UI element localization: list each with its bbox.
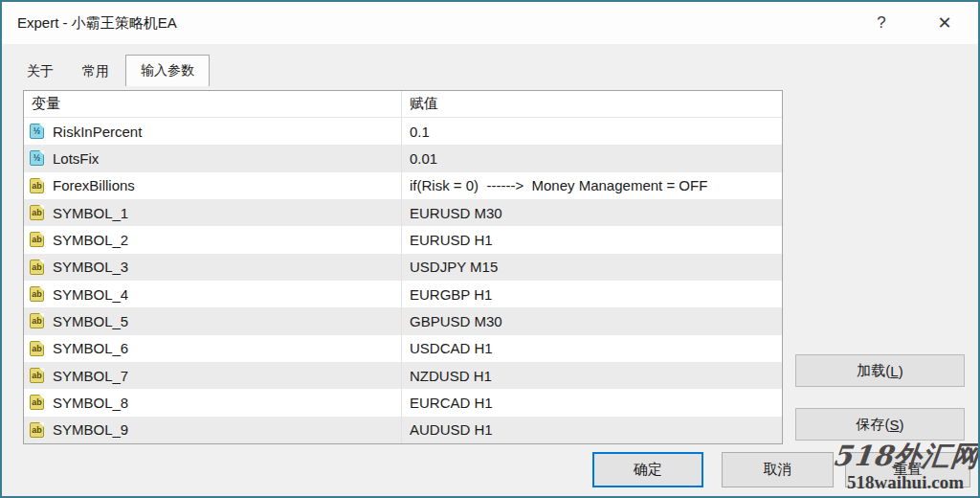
- string-param-icon: ab: [30, 232, 44, 247]
- param-name: SYMBOL_6: [53, 340, 128, 356]
- numeric-param-icon: ½: [30, 124, 44, 139]
- save-button[interactable]: 保存(S): [795, 408, 965, 441]
- table-row[interactable]: ½RiskInPercent0.1: [24, 118, 782, 145]
- param-name-cell: abSYMBOL_7: [24, 362, 401, 389]
- string-param-icon: ab: [30, 313, 44, 328]
- expert-properties-dialog: Expert - 小霸王策略机EA ? ✕ 关于 常用 输入参数 变量 赋值 ½…: [0, 0, 980, 498]
- param-name: ForexBillions: [53, 177, 135, 193]
- param-name: SYMBOL_8: [53, 395, 128, 411]
- table-row[interactable]: ½LotsFix0.01: [24, 145, 782, 171]
- table-row[interactable]: abSYMBOL_9AUDUSD H1: [24, 417, 782, 443]
- table-row[interactable]: abSYMBOL_7NZDUSD H1: [24, 362, 782, 389]
- table-row[interactable]: abSYMBOL_4EURGBP H1: [24, 281, 782, 307]
- param-value[interactable]: EURCAD H1: [401, 389, 782, 416]
- string-param-icon: ab: [30, 368, 44, 383]
- table-header: 变量 赋值: [24, 91, 782, 118]
- close-icon[interactable]: ✕: [923, 2, 967, 44]
- param-name-cell: abSYMBOL_4: [24, 281, 401, 307]
- string-param-icon: ab: [30, 205, 44, 220]
- param-name-cell: abSYMBOL_6: [24, 335, 401, 362]
- tab-input-parameters[interactable]: 输入参数: [125, 55, 210, 86]
- param-value[interactable]: if(Risk = 0) ------> Money Management = …: [401, 172, 782, 199]
- param-name: LotsFix: [53, 150, 99, 167]
- tab-common[interactable]: 常用: [68, 57, 123, 84]
- param-name-cell: ½LotsFix: [24, 145, 401, 171]
- load-label: 加载(: [857, 362, 890, 380]
- param-name: SYMBOL_3: [53, 259, 128, 275]
- param-name: SYMBOL_4: [53, 286, 128, 303]
- save-label: 保存(: [856, 416, 889, 434]
- param-value[interactable]: NZDUSD H1: [401, 362, 782, 389]
- param-name-cell: abSYMBOL_5: [24, 307, 401, 334]
- title-bar: Expert - 小霸王策略机EA ? ✕: [2, 2, 978, 44]
- param-value[interactable]: GBPUSD M30: [401, 307, 782, 334]
- save-label-suffix: ): [900, 417, 904, 433]
- param-name: SYMBOL_9: [53, 421, 128, 438]
- table-row[interactable]: abSYMBOL_1EURUSD M30: [24, 199, 782, 226]
- cancel-button[interactable]: 取消: [722, 452, 834, 487]
- table-row[interactable]: abSYMBOL_2EURUSD H1: [24, 226, 782, 253]
- param-table-body: ½RiskInPercent0.1½LotsFix0.01abForexBill…: [24, 118, 782, 443]
- table-row[interactable]: abSYMBOL_5GBPUSD M30: [24, 307, 782, 334]
- help-icon[interactable]: ?: [859, 2, 903, 44]
- param-value[interactable]: EURUSD M30: [401, 199, 782, 226]
- reset-button[interactable]: 重置: [845, 452, 970, 487]
- param-value[interactable]: USDCAD H1: [401, 335, 782, 362]
- param-value[interactable]: AUDUSD H1: [401, 417, 782, 443]
- tab-about[interactable]: 关于: [14, 57, 66, 84]
- load-button[interactable]: 加载(L): [795, 354, 965, 387]
- param-value[interactable]: 0.01: [401, 145, 782, 171]
- string-param-icon: ab: [30, 341, 44, 356]
- column-header-value[interactable]: 赋值: [401, 91, 782, 117]
- param-name-cell: abSYMBOL_3: [24, 254, 401, 281]
- table-row[interactable]: abForexBillionsif(Risk = 0) ------> Mone…: [24, 172, 782, 199]
- string-param-icon: ab: [30, 286, 44, 302]
- param-name: SYMBOL_5: [53, 313, 128, 329]
- param-name-cell: abSYMBOL_1: [24, 199, 401, 226]
- param-value[interactable]: 0.1: [401, 118, 782, 145]
- param-name-cell: abSYMBOL_2: [24, 226, 401, 253]
- param-value[interactable]: EURGBP H1: [401, 281, 782, 307]
- string-param-icon: ab: [30, 422, 44, 438]
- param-name: SYMBOL_7: [53, 368, 128, 384]
- param-name-cell: abSYMBOL_9: [24, 417, 401, 443]
- table-row[interactable]: abSYMBOL_3USDJPY M15: [24, 254, 782, 281]
- load-label-suffix: ): [899, 363, 903, 379]
- param-value[interactable]: EURUSD H1: [401, 226, 782, 253]
- dialog-title: Expert - 小霸王策略机EA: [17, 2, 177, 44]
- param-name: RiskInPercent: [53, 124, 142, 140]
- load-access-key: L: [890, 363, 898, 379]
- table-row[interactable]: abSYMBOL_8EURCAD H1: [24, 389, 782, 416]
- parameters-table: 变量 赋值 ½RiskInPercent0.1½LotsFix0.01abFor…: [23, 90, 783, 444]
- param-value[interactable]: USDJPY M15: [401, 254, 782, 281]
- ok-button[interactable]: 确定: [592, 452, 703, 487]
- column-header-variable[interactable]: 变量: [24, 91, 401, 117]
- param-name: SYMBOL_1: [53, 205, 128, 221]
- string-param-icon: ab: [30, 395, 44, 410]
- string-param-icon: ab: [30, 260, 44, 275]
- param-name-cell: abSYMBOL_8: [24, 389, 401, 416]
- numeric-param-icon: ½: [30, 150, 44, 166]
- table-row[interactable]: abSYMBOL_6USDCAD H1: [24, 335, 782, 362]
- param-name: SYMBOL_2: [53, 232, 128, 248]
- param-name-cell: abForexBillions: [24, 172, 401, 199]
- param-name-cell: ½RiskInPercent: [24, 118, 401, 145]
- string-param-icon: ab: [30, 178, 44, 193]
- save-access-key: S: [889, 417, 899, 433]
